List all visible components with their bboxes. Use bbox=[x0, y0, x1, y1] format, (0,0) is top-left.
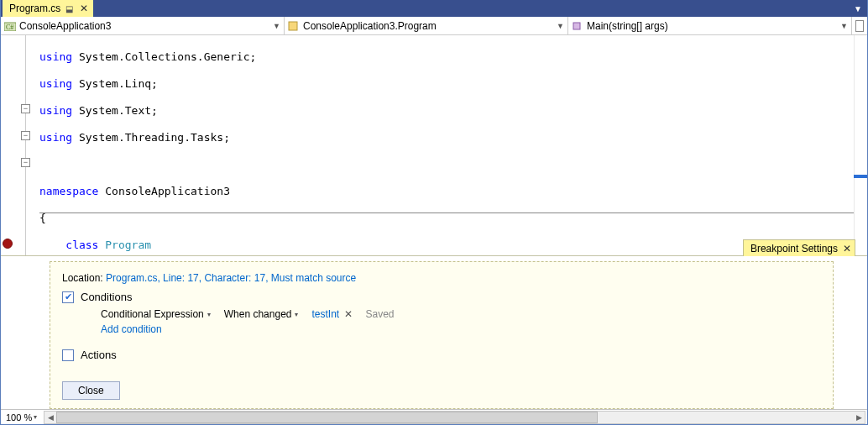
bp-location-row: Location: Program.cs, Line: 17, Characte… bbox=[62, 272, 821, 284]
document-tab-bar: Program.cs ⬓ ✕ ▼ bbox=[1, 0, 867, 17]
clear-icon[interactable]: ✕ bbox=[341, 308, 352, 320]
method-icon bbox=[572, 21, 583, 31]
conditions-checkbox-row[interactable]: ✔ Conditions bbox=[62, 291, 821, 303]
split-icon bbox=[855, 20, 864, 32]
pin-icon[interactable]: ⬓ bbox=[65, 4, 73, 13]
bp-location-link[interactable]: Program.cs, Line: 17, Character: 17, Mus… bbox=[106, 272, 356, 284]
actions-label: Actions bbox=[81, 349, 117, 361]
condition-variable[interactable]: testInt ✕ bbox=[311, 308, 352, 320]
editor-right-margin bbox=[854, 35, 867, 255]
close-icon[interactable]: ✕ bbox=[843, 243, 851, 254]
code-text[interactable]: using System.Collections.Generic; using … bbox=[39, 35, 854, 255]
nav-class-dropdown[interactable]: ConsoleApplication3.Program ▼ bbox=[285, 17, 568, 34]
nav-split-toggle[interactable] bbox=[852, 17, 867, 34]
change-marker bbox=[854, 175, 867, 178]
condition-mode-dropdown[interactable]: When changed ▾ bbox=[224, 308, 299, 320]
chevron-down-icon: ▼ bbox=[557, 22, 564, 30]
bp-tab-title: Breakpoint Settings bbox=[750, 243, 838, 254]
saved-label: Saved bbox=[366, 308, 395, 320]
tab-title: Program.cs bbox=[9, 3, 60, 14]
code-editor[interactable]: − − − using System.Collections.Generic; … bbox=[1, 35, 867, 255]
chevron-down-icon: ▼ bbox=[840, 22, 848, 30]
condition-type-dropdown[interactable]: Conditional Expression ▾ bbox=[101, 308, 211, 320]
scroll-right-icon[interactable]: ▶ bbox=[853, 413, 865, 422]
fold-toggle[interactable]: − bbox=[21, 131, 30, 140]
close-icon[interactable]: ✕ bbox=[80, 3, 88, 14]
add-condition-link[interactable]: Add condition bbox=[101, 323, 162, 335]
breakpoint-gutter[interactable] bbox=[1, 35, 16, 255]
scroll-left-icon[interactable]: ◀ bbox=[44, 413, 56, 422]
editor-status-bar: 100 % ▾ ◀ ▶ bbox=[1, 409, 867, 424]
nav-member-dropdown[interactable]: Main(string[] args) ▼ bbox=[568, 17, 852, 34]
tab-overflow-icon[interactable]: ▼ bbox=[849, 4, 867, 13]
breakpoint-settings-panel: Breakpoint Settings ✕ Location: Program.… bbox=[1, 255, 867, 409]
nav-project-text: ConsoleApplication3 bbox=[19, 20, 269, 32]
chevron-down-icon: ▼ bbox=[273, 22, 280, 30]
actions-checkbox-row[interactable]: Actions bbox=[62, 349, 821, 361]
svg-rect-3 bbox=[573, 23, 580, 29]
nav-member-text: Main(string[] args) bbox=[587, 20, 837, 32]
chevron-down-icon: ▾ bbox=[295, 311, 298, 318]
zoom-dropdown[interactable]: 100 % ▾ bbox=[1, 412, 42, 422]
close-button[interactable]: Close bbox=[62, 381, 120, 400]
code-nav-bar: C# ConsoleApplication3 ▼ ConsoleApplicat… bbox=[1, 17, 867, 35]
csharp-project-icon: C# bbox=[4, 21, 16, 31]
svg-rect-2 bbox=[289, 22, 297, 30]
class-icon bbox=[288, 21, 300, 31]
checkbox-checked-icon[interactable]: ✔ bbox=[62, 291, 74, 303]
fold-toggle[interactable]: − bbox=[21, 104, 30, 113]
chevron-down-icon: ▾ bbox=[207, 311, 211, 318]
chevron-down-icon: ▾ bbox=[34, 413, 37, 421]
document-tab-program[interactable]: Program.cs ⬓ ✕ bbox=[3, 0, 93, 17]
scroll-thumb[interactable] bbox=[56, 412, 598, 423]
svg-text:C#: C# bbox=[6, 24, 13, 31]
nav-class-text: ConsoleApplication3.Program bbox=[303, 20, 553, 32]
scroll-track[interactable] bbox=[56, 412, 853, 423]
breakpoint-marker[interactable] bbox=[3, 239, 13, 249]
outline-gutter[interactable]: − − − bbox=[16, 35, 39, 255]
checkbox-unchecked-icon[interactable] bbox=[62, 349, 74, 361]
fold-toggle[interactable]: − bbox=[21, 158, 30, 167]
condition-entry-row: Conditional Expression ▾ When changed ▾ … bbox=[101, 308, 821, 320]
bp-location-label: Location: bbox=[62, 272, 106, 284]
breakpoint-settings-tab[interactable]: Breakpoint Settings ✕ bbox=[743, 239, 855, 256]
conditions-label: Conditions bbox=[81, 291, 132, 303]
nav-project-dropdown[interactable]: C# ConsoleApplication3 ▼ bbox=[1, 17, 285, 34]
horizontal-scrollbar[interactable]: ◀ ▶ bbox=[44, 411, 865, 424]
